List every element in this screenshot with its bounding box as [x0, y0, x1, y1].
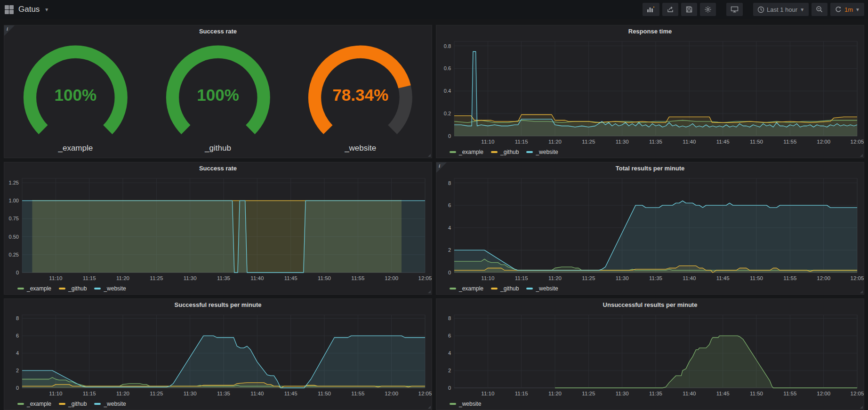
x-tick-label: 11:10	[49, 275, 62, 281]
dashboard-picker[interactable]: Gatus ▼	[5, 5, 49, 14]
refresh-button[interactable]: 1m ▼	[830, 3, 864, 16]
panel-info-icon[interactable]: i	[4, 25, 15, 36]
panel-title[interactable]: Success rate	[4, 162, 432, 175]
zoom-out-icon	[816, 6, 823, 13]
legend-item-_example[interactable]: _example	[450, 149, 483, 155]
gauge-example: 100% _example	[4, 38, 147, 158]
x-tick-label: 11:30	[616, 139, 629, 145]
legend-item-_example[interactable]: _example	[450, 285, 483, 292]
legend-label: _website	[536, 149, 558, 155]
panel-title[interactable]: Success rate	[4, 25, 432, 38]
chart-legend: _example_github_website	[436, 146, 864, 158]
x-tick-label: 11:45	[716, 275, 730, 281]
chevron-down-icon: ▼	[800, 7, 804, 12]
legend-label: _website	[536, 285, 558, 292]
legend-color-swatch	[491, 288, 498, 289]
gauge-value: 100%	[147, 86, 289, 105]
y-tick-label: 0.25	[9, 252, 19, 257]
legend-item-_example[interactable]: _example	[17, 401, 51, 407]
settings-button[interactable]	[700, 3, 716, 16]
legend-color-swatch	[17, 403, 24, 405]
legend-item-_website[interactable]: _website	[526, 285, 558, 292]
x-tick-label: 11:55	[783, 139, 796, 145]
zoom-out-button[interactable]	[812, 3, 828, 16]
legend-label: _github	[500, 285, 519, 292]
add-panel-button[interactable]	[643, 3, 659, 16]
time-range-picker[interactable]: Last 1 hour ▼	[753, 3, 809, 16]
cycle-view-button[interactable]	[726, 3, 743, 16]
x-tick-label: 12:00	[385, 275, 398, 281]
x-tick-label: 12:05	[418, 391, 432, 396]
y-tick-label: 2	[16, 368, 19, 373]
legend-color-swatch	[59, 288, 65, 289]
legend-label: _github	[68, 401, 87, 407]
x-tick-label: 11:50	[318, 391, 331, 396]
x-tick-label: 12:05	[851, 139, 864, 145]
y-tick-label: 2	[448, 368, 451, 373]
y-tick-label: 2	[448, 247, 451, 253]
panel-response-time: Response time 00.20.40.60.811:1011:1511:…	[436, 25, 864, 158]
x-tick-label: 12:00	[385, 391, 398, 396]
legend-label: _website	[104, 401, 126, 407]
grafana-logo-icon	[5, 5, 14, 14]
chart-response-time[interactable]: 00.20.40.60.811:1011:1511:2011:2511:3011…	[436, 38, 864, 146]
legend-item-_website[interactable]: _website	[94, 285, 126, 292]
panel-title[interactable]: Successful results per minute	[4, 299, 432, 311]
legend-item-_github[interactable]: _github	[491, 285, 519, 292]
x-tick-label: 11:45	[284, 391, 297, 396]
panel-title[interactable]: Total results per minute	[436, 162, 864, 175]
x-tick-label: 11:50	[318, 275, 331, 281]
y-tick-label: 8	[448, 180, 451, 186]
y-tick-label: 1.25	[9, 180, 19, 185]
panel-unsuccessful-results: Unsuccessful results per minute 0246811:…	[436, 298, 864, 410]
legend-item-_github[interactable]: _github	[491, 149, 519, 155]
x-tick-label: 11:30	[616, 275, 629, 281]
gauge-value: 100%	[4, 86, 147, 105]
refresh-interval-label: 1m	[844, 6, 853, 13]
legend-item-_website[interactable]: _website	[94, 401, 126, 407]
y-tick-label: 0.2	[444, 111, 451, 116]
x-tick-label: 11:55	[351, 391, 364, 396]
panel-success-rate-gauges: i Success rate 100% _example 100% _githu…	[4, 25, 432, 158]
legend-item-_github[interactable]: _github	[59, 401, 87, 407]
panel-info-icon[interactable]: i	[436, 162, 447, 173]
legend-color-swatch	[94, 403, 101, 405]
monitor-icon	[731, 6, 739, 13]
y-tick-label: 8	[16, 315, 19, 321]
panel-total-results: i Total results per minute 0246811:1011:…	[436, 162, 864, 295]
legend-color-swatch	[59, 403, 65, 405]
y-tick-label: 0	[16, 270, 19, 275]
x-tick-label: 11:40	[250, 275, 264, 281]
legend-item-_example[interactable]: _example	[17, 285, 51, 292]
x-tick-label: 11:30	[184, 275, 197, 281]
y-tick-label: 6	[16, 333, 19, 338]
chart-legend: _example_github_website	[436, 283, 864, 294]
y-tick-label: 0.8	[444, 43, 451, 49]
panel-title[interactable]: Response time	[436, 25, 864, 38]
share-button[interactable]	[662, 3, 678, 16]
navbar: Gatus ▼	[0, 0, 868, 19]
x-tick-label: 11:30	[184, 391, 197, 396]
x-tick-label: 11:35	[217, 391, 230, 396]
x-tick-label: 11:45	[284, 275, 297, 281]
legend-color-swatch	[450, 288, 456, 289]
legend-item-_website[interactable]: _website	[450, 401, 481, 407]
legend-item-_github[interactable]: _github	[59, 285, 87, 292]
panel-title[interactable]: Unsuccessful results per minute	[436, 299, 864, 311]
x-tick-label: 11:25	[582, 275, 595, 281]
x-tick-label: 11:35	[649, 275, 662, 281]
chart-successful-results[interactable]: 0246811:1011:1511:2011:2511:3011:3511:40…	[4, 311, 432, 398]
x-tick-label: 11:10	[481, 391, 494, 396]
gauge-label: _website	[289, 144, 432, 153]
legend-item-_website[interactable]: _website	[526, 149, 558, 155]
series-fill-_website	[555, 336, 857, 388]
chart-unsuccessful-results[interactable]: 0246811:1011:1511:2011:2511:3011:3511:40…	[436, 311, 864, 398]
save-button[interactable]	[681, 3, 697, 16]
x-tick-label: 11:45	[716, 139, 730, 145]
x-tick-label: 12:05	[851, 275, 864, 281]
gauge-website: 78.34% _website	[289, 38, 432, 158]
x-tick-label: 11:50	[750, 139, 763, 145]
chart-total-results[interactable]: 0246811:1011:1511:2011:2511:3011:3511:40…	[436, 175, 864, 283]
chart-success-rate[interactable]: 00.250.500.751.001.2511:1011:1511:2011:2…	[4, 175, 432, 283]
gauge-label: _example	[4, 144, 147, 153]
